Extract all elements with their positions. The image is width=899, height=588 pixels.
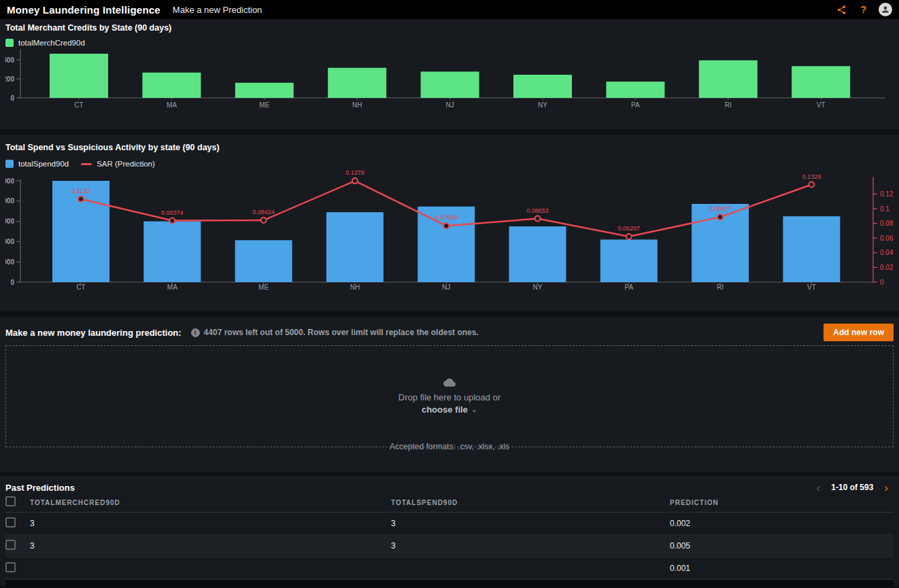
bar-NJ xyxy=(421,71,479,98)
table-header-row: TOTALMERCHCRED90D TOTALSPEND90D PREDICTI… xyxy=(5,494,894,513)
sar-point-ME xyxy=(261,218,267,223)
past-predictions-title: Past Predictions xyxy=(5,483,75,493)
bar-PA xyxy=(606,82,664,98)
row-checkbox[interactable] xyxy=(5,517,16,528)
help-icon[interactable]: ? xyxy=(860,4,866,15)
chart2-title: Total Spend vs Suspicious Activity by st… xyxy=(5,143,894,152)
bar-PA xyxy=(600,239,658,282)
chart2-legend: totalSpend90d SAR (Prediction) xyxy=(5,159,894,169)
svg-text:0: 0 xyxy=(10,94,14,102)
green-swatch-icon xyxy=(5,39,14,47)
svg-text:RI: RI xyxy=(725,101,732,109)
bar-NH xyxy=(328,68,386,98)
table-cell: 0.002 xyxy=(670,519,894,528)
svg-text:NJ: NJ xyxy=(445,101,454,109)
avatar[interactable] xyxy=(879,3,892,16)
svg-text:PA: PA xyxy=(631,101,640,109)
svg-text:0.08653: 0.08653 xyxy=(526,207,549,214)
sar-point-RI xyxy=(717,214,723,220)
svg-text:0.08374: 0.08374 xyxy=(161,209,184,216)
choose-file-link[interactable]: choose file xyxy=(422,404,468,415)
table-cell: 3 xyxy=(391,519,670,528)
add-new-row-button[interactable]: Add new row xyxy=(824,324,894,341)
partial-next-row xyxy=(5,580,894,586)
red-line-swatch-icon xyxy=(81,163,92,165)
panel-new-prediction: Make a new money laundering prediction: … xyxy=(0,317,899,472)
svg-text:0.1329: 0.1329 xyxy=(802,173,821,180)
svg-text:RI: RI xyxy=(717,283,724,291)
bar-VT xyxy=(792,66,850,98)
bar-MA xyxy=(142,73,201,98)
page-next-icon[interactable]: › xyxy=(884,482,888,494)
bar-NY xyxy=(513,75,572,98)
legend-item-sar-prediction[interactable]: SAR (Prediction) xyxy=(81,160,155,168)
new-prediction-heading: Make a new money laundering prediction: xyxy=(5,328,182,338)
table-cell: 3 xyxy=(30,519,391,528)
table-cell: 3 xyxy=(391,541,670,551)
select-all-checkbox[interactable] xyxy=(5,496,16,506)
svg-text:NY: NY xyxy=(538,101,547,109)
svg-text:0.04: 0.04 xyxy=(880,249,894,256)
chart1-legend: totalMerchCred90d xyxy=(5,38,894,48)
table-cell: 0.005 xyxy=(670,541,894,551)
svg-text:0.02: 0.02 xyxy=(880,264,894,271)
svg-text:VT: VT xyxy=(817,101,826,109)
sar-point-NY xyxy=(535,216,541,222)
svg-text:0.1132: 0.1132 xyxy=(72,188,90,194)
info-icon: i xyxy=(191,328,200,337)
pagination-range: 1-10 of 593 xyxy=(831,483,873,492)
bar-ME xyxy=(235,240,292,282)
drop-file-text: Drop file here to upload or xyxy=(398,392,501,402)
legend-item-totalmerchcred90d[interactable]: totalMerchCred90d xyxy=(5,39,85,47)
svg-text:0.12: 0.12 xyxy=(880,190,894,198)
row-checkbox[interactable] xyxy=(5,562,16,572)
svg-text:2000: 2000 xyxy=(5,238,14,245)
share-icon[interactable] xyxy=(836,5,847,15)
spend-vs-sar-combo-chart: 010002000300040005000CTMAMENHNJNYPARIVT0… xyxy=(5,170,894,292)
svg-text:0.08857: 0.08857 xyxy=(709,205,732,212)
table-cell: 0.001 xyxy=(670,564,894,573)
accepted-formats-text: Accepted formats: .csv, .xlsx, .xls xyxy=(390,442,509,451)
nav-make-prediction[interactable]: Make a new Prediction xyxy=(173,5,262,15)
merchant-credits-bar-chart: 0200400CTMAMENHNJNYPARIVT xyxy=(5,49,894,111)
sar-point-CT xyxy=(78,196,84,202)
svg-text:MA: MA xyxy=(167,101,177,109)
panel-spend-vs-sar: Total Spend vs Suspicious Activity by st… xyxy=(0,135,899,311)
legend-item-totalspend90d[interactable]: totalSpend90d xyxy=(5,160,69,168)
svg-text:0: 0 xyxy=(880,279,884,286)
table-row: 0.001 xyxy=(5,557,894,580)
svg-text:0.1379: 0.1379 xyxy=(345,170,364,176)
bar-VT xyxy=(783,216,840,282)
upload-cloud-icon xyxy=(443,377,456,390)
sar-point-MA xyxy=(169,218,175,224)
svg-text:5000: 5000 xyxy=(5,177,14,185)
svg-text:3000: 3000 xyxy=(5,218,14,225)
svg-text:NY: NY xyxy=(533,283,543,291)
svg-text:1000: 1000 xyxy=(5,258,14,266)
svg-text:CT: CT xyxy=(74,101,83,109)
col-totalspend90d[interactable]: TOTALSPEND90D xyxy=(391,499,670,506)
pagination: ‹ 1-10 of 593 › xyxy=(817,482,894,494)
svg-text:ME: ME xyxy=(258,283,269,291)
rows-limit-info: i 4407 rows left out of 5000. Rows over … xyxy=(191,328,479,337)
file-dropzone[interactable]: Drop file here to upload or choose file … xyxy=(5,345,894,447)
svg-text:CT: CT xyxy=(76,283,85,291)
svg-text:0.08: 0.08 xyxy=(880,220,894,227)
svg-text:ME: ME xyxy=(259,101,269,109)
col-prediction[interactable]: PREDICTION xyxy=(670,499,894,506)
svg-text:0: 0 xyxy=(10,279,14,286)
svg-text:0.06207: 0.06207 xyxy=(618,225,641,232)
chart1-title: Total Merchant Credits by State (90 days… xyxy=(5,23,894,33)
app-title: Money Laundering Intelligence xyxy=(7,4,160,16)
col-totalmerchcred90d[interactable]: TOTALMERCHCRED90D xyxy=(30,499,391,506)
table-row: 330.005 xyxy=(5,535,894,557)
sar-point-NJ xyxy=(443,223,449,228)
past-predictions-rows: 330.002330.0050.001 xyxy=(5,513,894,580)
chevron-down-icon: ⌄ xyxy=(471,405,477,414)
svg-text:MA: MA xyxy=(167,283,177,291)
bar-MA xyxy=(143,222,201,282)
svg-text:400: 400 xyxy=(5,56,14,64)
page-prev-icon[interactable]: ‹ xyxy=(817,482,821,494)
sar-point-VT xyxy=(809,182,814,188)
row-checkbox[interactable] xyxy=(5,540,16,550)
